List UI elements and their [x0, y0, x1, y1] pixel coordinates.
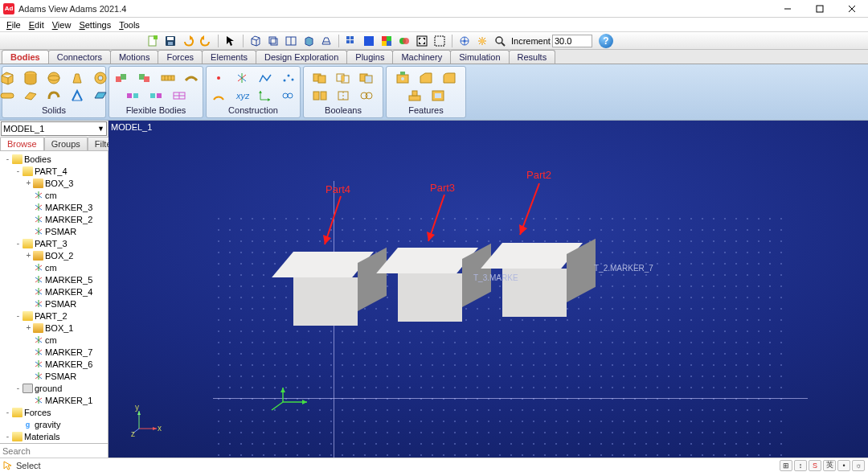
tree-node[interactable]: MARKER_7 — [0, 346, 108, 358]
spline-icon[interactable]: xyz — [233, 87, 251, 105]
spline-mk-icon[interactable] — [280, 69, 297, 87]
frustum-icon[interactable] — [68, 69, 86, 87]
arc-icon[interactable] — [210, 87, 227, 105]
help-icon[interactable]: ? — [599, 34, 613, 48]
tree-node[interactable]: PSMAR — [0, 370, 108, 382]
rotate-icon[interactable] — [457, 34, 473, 48]
side-tab-browse[interactable]: Browse — [0, 137, 44, 150]
fit-icon[interactable] — [414, 34, 430, 48]
model-tree[interactable]: -Bodies-PART_4+BOX_3 cm MARKER_3 MARKER_… — [0, 151, 108, 443]
flex-rigid-icon[interactable] — [147, 87, 165, 105]
box-icon[interactable] — [248, 34, 264, 48]
search-input[interactable]: Search — [0, 443, 108, 458]
chain-icon[interactable] — [280, 87, 297, 105]
plane-icon[interactable] — [92, 87, 109, 105]
menu-settings[interactable]: Settings — [76, 20, 114, 30]
close-button[interactable] — [836, 0, 868, 18]
menu-file[interactable]: File — [3, 20, 24, 30]
select-icon[interactable] — [223, 34, 239, 48]
merge-icon[interactable] — [334, 87, 352, 105]
revolution-icon[interactable] — [68, 87, 86, 105]
marker-icon[interactable] — [233, 69, 251, 87]
tree-node[interactable]: MARKER_4 — [0, 285, 108, 298]
tray-icon-2[interactable]: ↕ — [794, 460, 807, 471]
new-icon[interactable] — [145, 34, 161, 48]
zoom-window-icon[interactable] — [432, 34, 448, 48]
part4-geometry[interactable] — [293, 252, 386, 324]
tree-node[interactable]: +BOX_2 — [0, 249, 108, 261]
sphere-icon[interactable] — [45, 69, 63, 87]
tree-node[interactable]: -Forces — [0, 406, 108, 418]
tree-node[interactable]: ggravity — [0, 418, 108, 430]
tray-icon-1[interactable]: ⊞ — [780, 460, 792, 471]
tab-bodies[interactable]: Bodies — [2, 50, 49, 64]
tree-node[interactable]: MARKER_5 — [0, 273, 108, 285]
flex-import-icon[interactable] — [113, 69, 130, 87]
body-color-icon[interactable] — [396, 34, 412, 48]
viewport[interactable]: MODEL_1 T_3.MARKE T_2.MARKER_7 Part4 Par… — [108, 121, 868, 458]
menu-tools[interactable]: Tools — [116, 20, 143, 30]
flex-mesh-icon[interactable] — [170, 87, 188, 105]
tree-node[interactable]: PSMAR — [0, 298, 108, 310]
tree-node[interactable]: MARKER_1 — [0, 394, 108, 406]
tree-node[interactable]: +BOX_3 — [0, 177, 108, 189]
minimize-button[interactable] — [772, 0, 804, 18]
zoom-icon[interactable] — [492, 34, 508, 48]
tree-node[interactable]: cm — [0, 189, 108, 201]
tab-results[interactable]: Results — [509, 50, 556, 64]
tree-node[interactable]: cm — [0, 261, 108, 273]
tab-simulation[interactable]: Simulation — [450, 50, 509, 64]
tree-node[interactable]: -PART_3 — [0, 237, 108, 249]
tab-elements[interactable]: Elements — [202, 50, 256, 64]
tree-node[interactable]: -PART_2 — [0, 310, 108, 322]
hole-icon[interactable] — [394, 69, 411, 87]
tray-icon-lang[interactable]: 英 — [823, 460, 836, 471]
tab-motions[interactable]: Motions — [110, 50, 159, 64]
tab-forces[interactable]: Forces — [158, 50, 203, 64]
menu-view[interactable]: View — [49, 20, 75, 30]
tree-node[interactable]: MARKER_3 — [0, 201, 108, 213]
tree-node[interactable]: -PART_4 — [0, 165, 108, 177]
color-icon[interactable] — [379, 34, 395, 48]
flex-swap-icon[interactable] — [124, 87, 141, 105]
tree-node[interactable]: -Materials — [0, 430, 108, 442]
tree-node[interactable]: MARKER_6 — [0, 358, 108, 370]
polyline-icon[interactable] — [256, 69, 274, 87]
discrete-flex-icon[interactable] — [159, 69, 177, 87]
cylinder-icon[interactable] — [22, 69, 39, 87]
perspective-icon[interactable] — [318, 34, 334, 48]
part3-geometry[interactable] — [398, 248, 490, 320]
torus-icon[interactable] — [92, 69, 109, 87]
fillet-icon[interactable] — [440, 69, 458, 87]
chain-bool-icon[interactable] — [358, 87, 375, 105]
hollow-icon[interactable] — [429, 87, 447, 105]
shade-icon[interactable] — [301, 34, 317, 48]
boss-icon[interactable] — [406, 87, 424, 105]
save-icon[interactable] — [162, 34, 178, 48]
maximize-button[interactable] — [804, 0, 836, 18]
tree-node[interactable]: +BOX_1 — [0, 322, 108, 334]
split-icon[interactable] — [311, 87, 329, 105]
tray-icon-4[interactable]: • — [837, 460, 850, 471]
link-icon[interactable] — [0, 87, 16, 105]
tree-node[interactable]: -ground — [0, 382, 108, 394]
model-selector[interactable]: MODEL_1 ▼ — [1, 121, 107, 136]
tree-node[interactable]: cm — [0, 334, 108, 346]
tab-machinery[interactable]: Machinery — [392, 50, 451, 64]
side-tab-groups[interactable]: Groups — [44, 137, 88, 150]
extrusion-icon[interactable] — [45, 87, 63, 105]
tab-plugins[interactable]: Plugins — [346, 50, 393, 64]
tree-node[interactable]: -Bodies — [0, 153, 108, 165]
fill-icon[interactable] — [361, 34, 377, 48]
tray-icon-ime[interactable]: S — [809, 460, 821, 471]
plate-icon[interactable] — [22, 87, 39, 105]
increment-input[interactable] — [552, 35, 592, 47]
view1-icon[interactable] — [283, 34, 299, 48]
chamfer-icon[interactable] — [417, 69, 435, 87]
coord-icon[interactable] — [256, 87, 274, 105]
undo-icon[interactable] — [180, 34, 196, 48]
wireframe-icon[interactable] — [265, 34, 281, 48]
tab-connectors[interactable]: Connectors — [48, 50, 111, 64]
intersect-icon[interactable] — [334, 69, 352, 87]
fe-part-icon[interactable] — [182, 69, 200, 87]
